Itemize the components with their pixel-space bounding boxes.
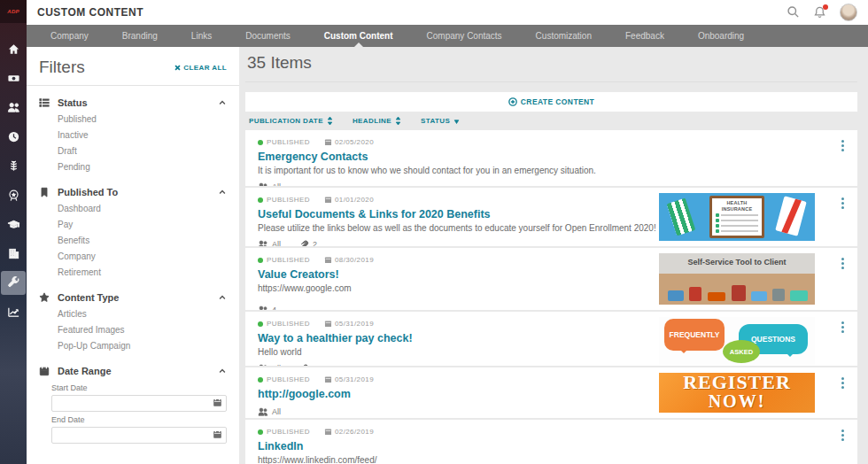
publication-date: 02/05/2020 — [335, 138, 374, 146]
published-dot — [258, 429, 263, 435]
publication-date: 05/31/2019 — [335, 320, 374, 328]
content-item: PUBLISHED 05/31/2019 Way to a healthier … — [245, 312, 857, 366]
filter-option-dashboard[interactable]: Dashboard — [27, 201, 239, 217]
sort-publication-date[interactable]: PUBLICATION DATE — [249, 117, 333, 125]
notifications-button[interactable] — [813, 5, 827, 19]
sort-updown-icon — [395, 117, 401, 125]
audience-label: All — [272, 240, 281, 246]
left-sidebar: ADP — [0, 0, 27, 464]
item-title-link[interactable]: Emergency Contacts — [258, 151, 845, 163]
filter-section-published-to[interactable]: Published To — [27, 182, 239, 201]
item-description: https://www.linkedin.com/feed/ — [258, 455, 845, 464]
filter-section-status[interactable]: Status — [27, 93, 239, 112]
tab-company[interactable]: Company — [34, 25, 105, 47]
calendar-icon — [213, 429, 222, 439]
attachment-count: 2 — [313, 240, 317, 246]
calendar-icon — [324, 196, 332, 204]
publication-date: 08/30/2019 — [335, 256, 374, 264]
filter-section-content-type[interactable]: Content Type — [27, 288, 239, 306]
money-icon — [7, 72, 20, 85]
home-icon — [7, 43, 20, 56]
published-dot — [258, 197, 263, 203]
item-menu-button[interactable] — [840, 320, 846, 335]
sort-status[interactable]: STATUS — [421, 117, 460, 125]
filter-option-published[interactable]: Published — [27, 112, 239, 128]
audience-label: All — [272, 407, 281, 416]
sidebar-item-time[interactable] — [1, 125, 26, 149]
start-date-input[interactable] — [51, 395, 227, 412]
end-date-input[interactable] — [51, 427, 227, 444]
building-icon — [7, 247, 20, 260]
clear-all-button[interactable]: CLEAR ALL — [174, 64, 227, 72]
create-content-bar: CREATE CONTENT — [245, 92, 857, 112]
list-icon — [39, 97, 50, 108]
filter-section-date-range[interactable]: Date Range — [27, 361, 239, 380]
item-thumbnail: HEALTH INSURANCE — [659, 193, 815, 241]
sidebar-item-people[interactable] — [1, 96, 26, 120]
calendar-icon — [324, 256, 332, 264]
filter-option-articles[interactable]: Articles — [27, 306, 239, 322]
filter-option-company[interactable]: Company — [27, 249, 239, 265]
audience-icon — [258, 182, 268, 186]
item-menu-button[interactable] — [840, 428, 846, 443]
section-nav: Company Branding Links Documents Custom … — [27, 25, 868, 47]
item-menu-button[interactable] — [840, 138, 846, 153]
clipboard-graphic: HEALTH INSURANCE — [709, 196, 764, 238]
sidebar-item-education[interactable] — [1, 213, 26, 236]
chevron-up-icon — [218, 98, 227, 107]
filter-option-benefits[interactable]: Benefits — [27, 233, 239, 249]
top-header: CUSTOM CONTENT — [27, 0, 868, 25]
item-description: It is important for us to know who we sh… — [258, 166, 845, 175]
notification-dot — [823, 4, 828, 10]
content-item: PUBLISHED 02/05/2020 Emergency Contacts … — [245, 130, 857, 186]
filter-option-draft[interactable]: Draft — [27, 143, 239, 159]
filter-option-pending[interactable]: Pending — [27, 159, 239, 175]
tab-links[interactable]: Links — [174, 25, 229, 47]
filter-option-retirement[interactable]: Retirement — [27, 265, 239, 281]
item-menu-button[interactable] — [840, 256, 846, 271]
sidebar-item-company[interactable] — [1, 242, 26, 266]
sort-bar: PUBLICATION DATE HEADLINE STATUS — [245, 112, 857, 130]
sidebar-item-reports[interactable] — [1, 300, 26, 324]
create-content-button[interactable]: CREATE CONTENT — [508, 97, 594, 106]
item-menu-button[interactable] — [840, 196, 846, 211]
sidebar-item-tools[interactable] — [1, 271, 26, 295]
people-icon — [7, 101, 20, 114]
content-item: PUBLISHED 02/26/2019 LinkedIn https://ww… — [245, 420, 857, 464]
search-button[interactable] — [787, 5, 801, 19]
item-menu-button[interactable] — [840, 375, 846, 391]
sort-updown-icon — [327, 117, 333, 125]
audience-label: All — [272, 364, 281, 366]
chevron-up-icon — [218, 367, 227, 375]
calendar-icon — [213, 398, 222, 407]
tab-company-contacts[interactable]: Company Contacts — [410, 25, 519, 47]
attachment-icon — [298, 364, 309, 366]
user-avatar[interactable] — [840, 4, 857, 21]
item-title-link[interactable]: LinkedIn — [258, 440, 845, 452]
tab-documents[interactable]: Documents — [229, 25, 307, 47]
page-title: CUSTOM CONTENT — [37, 6, 143, 19]
tab-customization[interactable]: Customization — [519, 25, 608, 47]
published-dot — [258, 377, 263, 383]
publication-date: 05/31/2019 — [335, 375, 374, 383]
sidebar-item-pay[interactable] — [1, 66, 26, 90]
calendar-icon — [324, 428, 332, 436]
item-thumbnail: REGISTER NOW! — [659, 373, 815, 413]
audience-label: 4 — [272, 305, 276, 310]
sidebar-item-recognition[interactable] — [1, 183, 26, 207]
filter-option-pay[interactable]: Pay — [27, 217, 239, 233]
tab-feedback[interactable]: Feedback — [608, 25, 681, 47]
tab-onboarding[interactable]: Onboarding — [681, 25, 761, 47]
sidebar-item-home[interactable] — [1, 37, 26, 61]
status-badge: PUBLISHED — [267, 375, 310, 383]
sidebar-item-medical[interactable] — [1, 154, 26, 178]
status-badge: PUBLISHED — [267, 256, 310, 264]
tab-custom-content[interactable]: Custom Content — [307, 25, 410, 47]
sort-headline[interactable]: HEADLINE — [353, 117, 401, 125]
filters-panel: Filters CLEAR ALL Status Published Inact… — [27, 47, 239, 464]
filter-option-popup-campaign[interactable]: Pop-Up Campaign — [27, 338, 239, 354]
ticket-graphic — [667, 198, 696, 236]
filter-option-inactive[interactable]: Inactive — [27, 128, 239, 143]
tab-branding[interactable]: Branding — [105, 25, 174, 47]
filter-option-featured-images[interactable]: Featured Images — [27, 322, 239, 338]
